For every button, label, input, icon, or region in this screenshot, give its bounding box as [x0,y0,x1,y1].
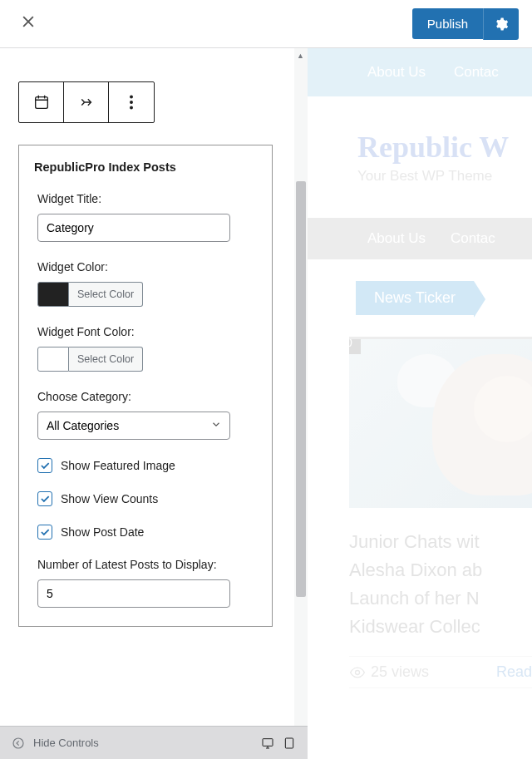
post-meta: 25 views Read [349,656,532,688]
svg-rect-0 [35,97,47,109]
select-font-color-button[interactable]: Select Color [69,347,143,372]
post-featured-image[interactable]: 0 [349,337,532,508]
site-tagline: Your Best WP Theme [357,168,532,185]
device-tablet-icon[interactable] [283,737,296,750]
preview-header: Republic W Your Best WP Theme [308,96,532,218]
nav-item-about[interactable]: About Us [367,64,426,81]
select-color-button[interactable]: Select Color [69,282,143,307]
collapse-icon[interactable] [12,737,25,750]
block-move-button[interactable] [64,82,109,122]
news-ticker-label: News Ticker [356,281,474,315]
publish-settings-button[interactable] [483,8,519,40]
eye-icon [349,664,366,681]
widget-font-color-label: Widget Font Color: [37,325,257,338]
publish-group: Publish [412,8,519,40]
post-views: 25 views [349,663,429,681]
calendar-widget-icon [32,93,51,111]
site-title[interactable]: Republic W [357,130,532,165]
nav2-item-about[interactable]: About Us [367,230,426,247]
close-icon[interactable] [13,7,43,42]
widget-title-input[interactable] [37,214,230,242]
check-icon [39,526,51,538]
num-posts-input[interactable] [37,579,230,608]
sidebar-scrollbar[interactable]: ▲ [294,48,308,759]
read-more-link[interactable]: Read [496,663,532,681]
show-featured-image-label: Show Featured Image [61,459,175,472]
publish-button[interactable]: Publish [412,8,483,39]
widget-font-color-swatch[interactable] [37,347,69,372]
preview-main-nav: About Us Contac [308,218,532,259]
show-post-date-checkbox[interactable] [37,525,52,540]
customizer-bottom-bar: Hide Controls [0,726,308,759]
svg-point-1 [131,96,133,98]
show-view-counts-label: Show View Counts [61,492,158,505]
choose-category-label: Choose Category: [37,390,257,403]
choose-category-select[interactable]: All Categories [37,412,230,440]
widget-font-color-picker: Select Color [37,347,257,372]
show-featured-image-checkbox[interactable] [37,458,52,473]
check-icon [39,493,51,505]
site-preview: About Us Contac Republic W Your Best WP … [308,48,532,759]
widget-color-label: Widget Color: [37,260,257,274]
post-comment-badge: 0 [349,337,361,354]
svg-point-4 [13,738,23,748]
block-type-button[interactable] [19,82,64,122]
num-posts-label: Number of Latest Posts to Display: [37,558,257,571]
show-view-counts-checkbox[interactable] [37,491,52,506]
widget-color-swatch[interactable] [37,282,69,307]
more-vertical-icon [122,93,140,111]
post-card: 0 Junior Chats wit Alesha Dixon ab Launc… [349,337,532,688]
widget-color-picker: Select Color [37,282,257,307]
show-post-date-label: Show Post Date [61,525,144,539]
svg-rect-5 [263,738,273,746]
drag-icon [77,93,96,111]
customizer-top-bar: Publish [0,0,532,48]
nav-item-contact[interactable]: Contac [454,64,499,81]
check-icon [39,460,51,471]
nav2-item-contact[interactable]: Contac [451,230,495,247]
post-title[interactable]: Junior Chats wit Alesha Dixon ab Launch … [349,528,532,641]
gear-icon [494,17,509,32]
customizer-sidebar: ▲ RepublicPro Index Posts Widget Title: … [0,48,308,759]
hide-controls-link[interactable]: Hide Controls [33,737,99,749]
svg-point-2 [131,101,133,104]
widget-settings-card: RepublicPro Index Posts Widget Title: Wi… [18,145,273,627]
widget-title-label: Widget Title: [37,192,257,205]
svg-rect-6 [285,738,293,748]
svg-point-3 [131,106,133,109]
widget-heading: RepublicPro Index Posts [34,160,257,174]
svg-point-7 [356,670,360,674]
scrollbar-thumb[interactable] [296,181,306,597]
preview-top-nav: About Us Contac [308,48,532,96]
scroll-up-arrow-icon[interactable]: ▲ [297,52,304,60]
block-toolbar [18,81,155,123]
device-desktop-icon[interactable] [261,737,274,750]
post-views-count: 25 views [371,663,429,681]
block-options-button[interactable] [109,82,154,122]
